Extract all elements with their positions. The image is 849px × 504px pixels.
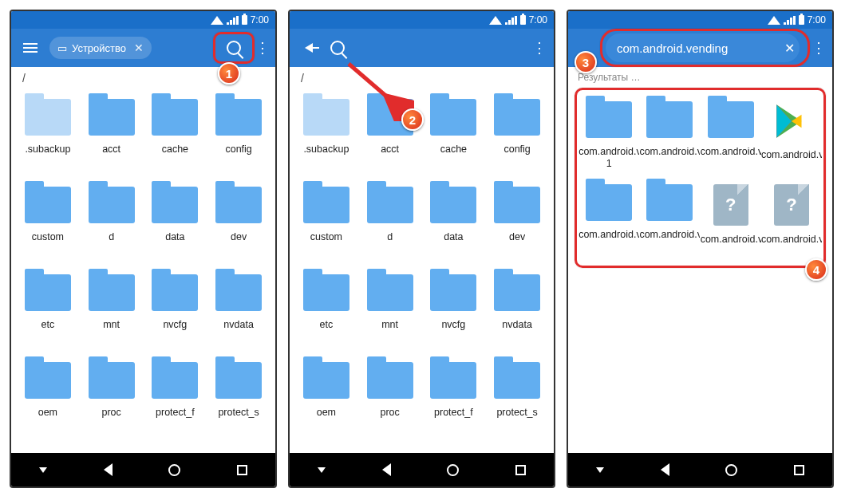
nav-recent-icon[interactable] (794, 465, 804, 475)
folder-icon (215, 274, 262, 311)
result-item[interactable]: ?com.android.vending_ (701, 178, 761, 261)
battery-icon (242, 15, 247, 25)
result-item[interactable]: com.android.vending-1 (579, 95, 639, 178)
folder-item[interactable]: cache (422, 93, 486, 180)
overflow-button[interactable]: ⋮ (810, 33, 827, 62)
folder-icon (494, 99, 540, 136)
location-chip[interactable]: ▭ Устройство ✕ (49, 37, 152, 59)
folder-item[interactable]: proc (80, 356, 144, 443)
folder-item[interactable]: cache (144, 93, 207, 180)
nav-dropdown-icon[interactable] (39, 467, 47, 473)
folder-icon (89, 99, 135, 136)
folder-grid: .subackupacctcacheconfigcustomddatadevet… (11, 89, 275, 453)
wifi-icon (211, 16, 223, 25)
folder-item[interactable]: protect_s (485, 356, 549, 443)
result-item[interactable]: ?com.android.vending_ (761, 178, 822, 261)
folder-icon (646, 184, 693, 221)
folder-item[interactable]: nvdata (207, 268, 270, 356)
folder-label: config (503, 144, 530, 156)
battery-icon (520, 15, 526, 25)
folder-label: nvcfg (441, 319, 465, 331)
clear-search-icon[interactable]: ✕ (784, 41, 795, 56)
folder-label: data (444, 231, 463, 243)
overflow-button[interactable]: ⋮ (255, 33, 270, 62)
nav-dropdown-icon[interactable] (318, 467, 326, 473)
folder-item[interactable]: data (422, 180, 486, 268)
result-item[interactable]: com.android.vending (579, 178, 639, 261)
chip-close-icon[interactable]: ✕ (131, 41, 147, 54)
search-icon (227, 41, 241, 55)
folder-label: mnt (381, 319, 398, 331)
nav-dropdown-icon[interactable] (596, 467, 604, 473)
unknown-file-icon: ? (774, 184, 809, 226)
result-label: com.android.vending (579, 229, 639, 241)
folder-icon (25, 187, 71, 223)
result-item[interactable]: com.android.vending (701, 95, 761, 178)
folder-icon (494, 187, 540, 223)
folder-icon (646, 101, 693, 138)
nav-recent-icon[interactable] (515, 465, 526, 475)
search-button[interactable] (213, 32, 255, 64)
folder-item[interactable]: etc (16, 268, 80, 356)
result-item[interactable]: com.android.vending (639, 178, 700, 261)
folder-item[interactable]: mnt (358, 268, 422, 356)
menu-button[interactable] (16, 33, 45, 62)
folder-item[interactable]: config (207, 93, 270, 180)
folder-item[interactable]: .subackup (16, 93, 80, 180)
folder-item[interactable]: protect_f (144, 356, 207, 443)
folder-item[interactable]: protect_f (422, 356, 486, 443)
overflow-button[interactable]: ⋮ (530, 33, 549, 62)
back-button[interactable] (294, 33, 323, 62)
kebab-icon: ⋮ (255, 39, 270, 57)
chip-label: Устройство (72, 42, 126, 54)
android-nav-bar (11, 453, 275, 486)
folder-item[interactable]: custom (294, 180, 358, 268)
search-input[interactable] (606, 33, 800, 62)
folder-icon (586, 184, 632, 221)
nav-back-icon[interactable] (661, 463, 669, 476)
folder-item[interactable]: acct (80, 93, 144, 180)
folder-label: etc (320, 319, 334, 331)
folder-label: etc (41, 319, 55, 331)
result-item[interactable]: com.android.vending (639, 95, 700, 178)
folder-item[interactable]: dev (207, 180, 270, 268)
sdcard-icon: ▭ (57, 42, 67, 54)
folder-icon (89, 362, 135, 399)
folder-item[interactable]: config (485, 93, 549, 180)
folder-label: .subackup (25, 144, 70, 156)
folder-item[interactable]: oem (16, 356, 80, 443)
folder-item[interactable]: nvcfg (422, 268, 486, 356)
folder-item[interactable]: proc (358, 356, 422, 443)
breadcrumb[interactable]: / (290, 67, 554, 89)
nav-recent-icon[interactable] (237, 465, 247, 475)
folder-item[interactable]: nvcfg (144, 268, 207, 356)
result-label: com.android.vending-1 (579, 146, 639, 170)
folder-item[interactable]: d (358, 180, 422, 268)
folder-label: protect_s (218, 407, 259, 419)
folder-label: d (109, 231, 114, 243)
clock: 7:00 (251, 14, 269, 26)
search-icon (330, 41, 345, 55)
folder-item[interactable]: dev (485, 180, 549, 268)
folder-item[interactable]: data (144, 180, 207, 268)
nav-home-icon[interactable] (725, 464, 737, 476)
result-item[interactable]: com.android.vending.p (761, 95, 822, 178)
signal-icon (505, 16, 517, 25)
step-marker-4: 4 (805, 258, 827, 281)
folder-item[interactable]: etc (294, 268, 358, 356)
folder-icon (367, 187, 413, 223)
nav-back-icon[interactable] (382, 463, 391, 476)
folder-icon (152, 362, 198, 399)
folder-item[interactable]: nvdata (485, 268, 549, 356)
nav-home-icon[interactable] (447, 464, 459, 476)
folder-item[interactable]: custom (16, 180, 80, 268)
folder-item[interactable]: protect_s (207, 356, 270, 443)
folder-item[interactable]: mnt (80, 268, 144, 356)
result-label: com.android.vending (701, 146, 761, 158)
folder-item[interactable]: oem (294, 356, 358, 443)
nav-back-icon[interactable] (104, 463, 113, 476)
folder-label: d (387, 231, 393, 243)
folder-item[interactable]: d (80, 180, 144, 268)
nav-home-icon[interactable] (168, 464, 180, 476)
signal-icon (784, 16, 796, 25)
